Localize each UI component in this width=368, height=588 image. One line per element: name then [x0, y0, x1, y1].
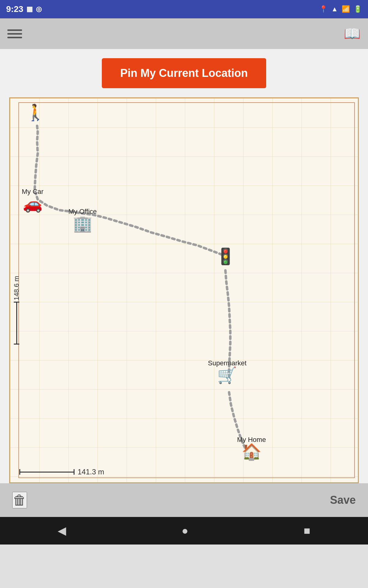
home-button[interactable]: ● [182, 524, 188, 537]
wifi-icon: ▲ [331, 5, 338, 13]
scale-v-label: 148.6 m [13, 276, 21, 300]
map-container[interactable]: 148.6 m 141.3 m 🚶 My Car 🚗 My Office 🏢 🚦 [9, 97, 359, 483]
person-emoji: 🚶 [25, 104, 45, 120]
svg-rect-0 [10, 98, 358, 482]
pin-person[interactable]: 🚶 [25, 104, 45, 120]
status-right: 📍 ▲ 📶 🔋 [319, 5, 362, 13]
pin-supermarket[interactable]: Supermarket 🛒 [208, 359, 247, 383]
scale-horizontal: 141.3 m [19, 468, 104, 476]
nav-bar: ◀ ● ■ [0, 517, 368, 545]
recents-button[interactable]: ■ [304, 524, 310, 537]
home-emoji: 🏠 [242, 444, 262, 460]
status-bar: 9:23 ▦ ◎ 📍 ▲ 📶 🔋 [0, 0, 368, 18]
map-grid [10, 98, 358, 482]
toolbar: 📖 [0, 18, 368, 49]
scale-h-label: 141.3 m [78, 468, 104, 476]
office-emoji: 🏢 [73, 216, 93, 232]
time-display: 9:23 [6, 4, 23, 14]
pin-my-home[interactable]: My Home 🏠 [237, 435, 266, 460]
supermarket-emoji: 🛒 [217, 367, 237, 383]
route-path [10, 98, 358, 482]
main-content: Pin My Current Location [0, 49, 368, 483]
menu-button[interactable] [7, 29, 22, 38]
back-button[interactable]: ◀ [58, 524, 66, 537]
scale-vertical: 148.6 m [13, 276, 21, 345]
pin-traffic-light[interactable]: 🚦 [216, 248, 236, 264]
battery-icon: 🔋 [354, 5, 362, 13]
traffic-light-emoji: 🚦 [216, 248, 236, 264]
scale-v-line [16, 302, 17, 345]
signal-icon: 📶 [342, 5, 350, 13]
bottom-bar: 🗑 Save [0, 483, 368, 517]
location-icon: 📍 [319, 5, 328, 13]
pin-current-location-button[interactable]: Pin My Current Location [102, 58, 266, 88]
car-emoji: 🚗 [23, 196, 43, 212]
scale-h-line [19, 472, 75, 473]
save-button[interactable]: Save [330, 494, 356, 507]
vpn-icon: ◎ [36, 5, 42, 13]
svg-rect-1 [19, 103, 355, 478]
status-left: 9:23 ▦ ◎ [6, 4, 42, 14]
pin-my-car[interactable]: My Car 🚗 [22, 187, 44, 212]
pin-my-office[interactable]: My Office 🏢 [68, 207, 97, 232]
book-icon[interactable]: 📖 [344, 26, 361, 42]
delete-button[interactable]: 🗑 [12, 492, 27, 508]
pin-button-wrapper: Pin My Current Location [6, 58, 362, 88]
sim-icon: ▦ [26, 5, 33, 13]
